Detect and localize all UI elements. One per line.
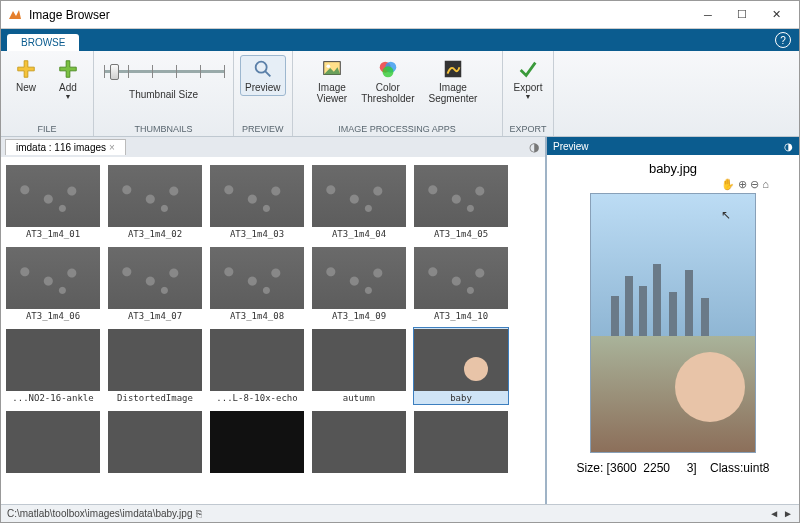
thumb-at3-05[interactable]: AT3_1m4_05	[413, 163, 509, 241]
ribbon-group-thumbnails: Thumbnail Size THUMBNAILS	[94, 51, 234, 136]
ribbon: New Add ▼ FILE Thumbnail Size THUMBNAILS	[1, 51, 799, 137]
thumb-at3-10[interactable]: AT3_1m4_10	[413, 245, 509, 323]
thumb-echo[interactable]: ...L-8-10x-echo	[209, 327, 305, 405]
list-item[interactable]	[413, 409, 509, 475]
export-check-icon	[517, 58, 539, 80]
close-button[interactable]: ✕	[759, 4, 793, 26]
preview-image[interactable]: ↖	[590, 193, 756, 453]
color-thresholder-icon	[377, 58, 399, 80]
copy-path-icon[interactable]: ⎘	[196, 508, 202, 519]
plus-yellow-icon	[15, 58, 37, 80]
svg-point-6	[382, 66, 393, 77]
thumb-at3-01[interactable]: AT3_1m4_01	[5, 163, 101, 241]
list-item[interactable]	[107, 409, 203, 475]
thumb-at3-08[interactable]: AT3_1m4_08	[209, 245, 305, 323]
thumb-at3-03[interactable]: AT3_1m4_03	[209, 163, 305, 241]
image-viewer-button[interactable]: Image Viewer	[312, 55, 352, 107]
tab-close-icon[interactable]: ×	[109, 142, 115, 153]
preview-titlebar: Preview ◑	[547, 137, 799, 155]
pane-options-icon[interactable]: ◑	[784, 141, 793, 152]
slider-knob[interactable]	[110, 64, 119, 80]
table-row	[5, 409, 541, 475]
window-title: Image Browser	[29, 8, 691, 22]
thumb-baby[interactable]: baby	[413, 327, 509, 405]
cursor-icon: ↖	[721, 208, 731, 222]
matlab-icon	[7, 7, 23, 23]
preview-toggle-button[interactable]: Preview	[240, 55, 286, 96]
thumb-at3-02[interactable]: AT3_1m4_02	[107, 163, 203, 241]
help-icon[interactable]: ?	[775, 32, 791, 48]
thumb-at3-09[interactable]: AT3_1m4_09	[311, 245, 407, 323]
thumb-at3-04[interactable]: AT3_1m4_04	[311, 163, 407, 241]
preview-pane: Preview ◑ baby.jpg ✋ ⊕ ⊖ ⌂ ↖	[547, 137, 799, 504]
preview-toolbar: ✋ ⊕ ⊖ ⌂	[721, 178, 769, 191]
image-segmenter-icon	[442, 58, 464, 80]
ribbon-tabstrip: BROWSE ?	[1, 29, 799, 51]
table-row: AT3_1m4_06 AT3_1m4_07 AT3_1m4_08 AT3_1m4…	[5, 245, 541, 323]
list-item[interactable]	[5, 409, 101, 475]
maximize-button[interactable]: ☐	[725, 4, 759, 26]
thumb-autumn[interactable]: autumn	[311, 327, 407, 405]
thumbnail-size-slider[interactable]	[104, 59, 224, 83]
add-button[interactable]: Add ▼	[49, 55, 87, 103]
svg-line-1	[265, 71, 271, 77]
ribbon-group-export: Export ▼ EXPORT	[503, 51, 555, 136]
thumb-at3-06[interactable]: AT3_1m4_06	[5, 245, 101, 323]
tab-browse[interactable]: BROWSE	[7, 34, 79, 51]
preview-filename: baby.jpg	[649, 161, 697, 176]
dropdown-caret-icon: ▼	[65, 93, 72, 100]
thumb-distorted[interactable]: DistortedImage	[107, 327, 203, 405]
pane-options-icon[interactable]: ◑	[529, 140, 539, 154]
thumb-ankle[interactable]: ...NO2-16-ankle	[5, 327, 101, 405]
table-row: ...NO2-16-ankle DistortedImage ...L-8-10…	[5, 327, 541, 405]
svg-point-3	[326, 64, 330, 68]
document-tabbar: imdata : 116 images × ◑	[1, 137, 545, 157]
content-area: imdata : 116 images × ◑ AT3_1m4_01 AT3_1…	[1, 137, 799, 504]
thumb-at3-07[interactable]: AT3_1m4_07	[107, 245, 203, 323]
plus-green-icon	[57, 58, 79, 80]
export-button[interactable]: Export ▼	[509, 55, 548, 103]
ribbon-group-preview: Preview PREVIEW	[234, 51, 293, 136]
zoom-out-icon[interactable]: ⊖	[750, 178, 759, 191]
list-item[interactable]	[209, 409, 305, 475]
dropdown-caret-icon: ▼	[525, 93, 532, 100]
table-row: AT3_1m4_01 AT3_1m4_02 AT3_1m4_03 AT3_1m4…	[5, 163, 541, 241]
status-path: C:\matlab\toolbox\images\imdata\baby.jpg	[7, 508, 192, 519]
list-item[interactable]	[311, 409, 407, 475]
titlebar: Image Browser ─ ☐ ✕	[1, 1, 799, 29]
image-viewer-icon	[321, 58, 343, 80]
scroll-left-icon[interactable]: ◄	[769, 508, 779, 519]
scroll-right-icon[interactable]: ►	[783, 508, 793, 519]
thumbnail-pane: imdata : 116 images × ◑ AT3_1m4_01 AT3_1…	[1, 137, 547, 504]
image-segmenter-button[interactable]: Image Segmenter	[423, 55, 482, 107]
thumbnail-grid[interactable]: AT3_1m4_01 AT3_1m4_02 AT3_1m4_03 AT3_1m4…	[1, 157, 545, 504]
home-icon[interactable]: ⌂	[762, 178, 769, 191]
minimize-button[interactable]: ─	[691, 4, 725, 26]
magnifier-icon	[252, 58, 274, 80]
ribbon-group-apps: Image Viewer Color Thresholder Image Seg…	[293, 51, 503, 136]
preview-title: Preview	[553, 141, 589, 152]
status-bar: C:\matlab\toolbox\images\imdata\baby.jpg…	[1, 504, 799, 522]
pan-icon[interactable]: ✋	[721, 178, 735, 191]
color-thresholder-button[interactable]: Color Thresholder	[356, 55, 419, 107]
new-button[interactable]: New	[7, 55, 45, 96]
preview-metadata: Size: [3600 2250 3] Class:uint8	[577, 461, 770, 475]
zoom-in-icon[interactable]: ⊕	[738, 178, 747, 191]
document-tab[interactable]: imdata : 116 images ×	[5, 139, 126, 155]
ribbon-group-file: New Add ▼ FILE	[1, 51, 94, 136]
